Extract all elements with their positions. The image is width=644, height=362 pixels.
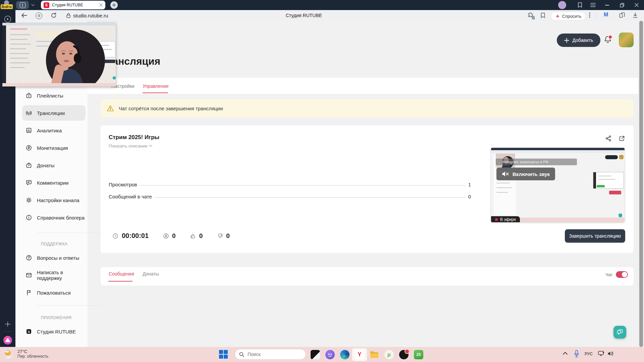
stat-row-views: Просмотров 1 bbox=[109, 175, 471, 187]
app-explorer-icon[interactable] bbox=[369, 349, 380, 360]
extension-badge: 1 bbox=[532, 16, 535, 19]
stream-preview[interactable]: …Instagram запрещены в РФ Включить звук … bbox=[491, 148, 625, 222]
extension-icon[interactable]: 1 bbox=[527, 12, 533, 18]
tray-chevron-icon[interactable] bbox=[563, 352, 568, 355]
taskbar-search[interactable] bbox=[235, 349, 306, 360]
comments-icon bbox=[25, 179, 32, 186]
play-services-icon[interactable] bbox=[4, 15, 11, 23]
back-icon[interactable] bbox=[21, 13, 27, 18]
tab-messages[interactable]: Сообщения bbox=[109, 271, 134, 277]
likes-value: 0 bbox=[199, 232, 203, 240]
tab-management[interactable]: Управление bbox=[143, 83, 169, 89]
toggle-knob bbox=[622, 272, 627, 277]
maximize-button[interactable] bbox=[620, 3, 624, 7]
info-icon bbox=[25, 214, 32, 221]
sidebar-item-donations[interactable]: Донаты bbox=[22, 158, 86, 173]
tab-group-chevron-icon[interactable] bbox=[31, 3, 35, 7]
reload-icon[interactable] bbox=[51, 12, 57, 18]
bookmark-flag-icon[interactable] bbox=[540, 12, 545, 18]
sidebar-item-blogger-guide[interactable]: Справочник блогера bbox=[22, 210, 86, 225]
thumb-up-icon bbox=[190, 233, 197, 239]
chat-toggle[interactable] bbox=[616, 271, 628, 278]
browser-login-badge[interactable]: Войти bbox=[1, 4, 13, 9]
rutube-favicon: S bbox=[44, 2, 49, 8]
alice-assistant-icon[interactable] bbox=[3, 336, 12, 345]
collections-icon[interactable] bbox=[619, 12, 625, 18]
start-button[interactable] bbox=[219, 350, 228, 359]
ask-ai-button[interactable]: Спросить bbox=[551, 12, 586, 20]
notification-dot bbox=[608, 35, 612, 39]
bookmarks-panel-icon[interactable] bbox=[577, 2, 583, 8]
browser-profile-avatar[interactable] bbox=[558, 1, 566, 9]
sidebar-item-write-support[interactable]: Написать в поддержку bbox=[22, 267, 86, 283]
floating-chat-button[interactable] bbox=[613, 326, 626, 339]
tab-close-icon[interactable] bbox=[99, 3, 103, 7]
scrollbar-thumb[interactable] bbox=[639, 21, 643, 347]
sidebar-item-report[interactable]: Пожаловаться bbox=[22, 285, 86, 300]
share-icon[interactable] bbox=[605, 135, 612, 142]
app-capture-icon[interactable] bbox=[310, 349, 321, 360]
tray-network-icon[interactable] bbox=[598, 351, 605, 357]
add-button[interactable]: Добавить bbox=[557, 34, 600, 47]
minimize-button[interactable] bbox=[605, 5, 609, 6]
unmute-button[interactable]: Включить звук bbox=[496, 168, 555, 180]
flag-icon bbox=[25, 289, 32, 296]
tray-mic-icon[interactable] bbox=[574, 350, 579, 358]
sidebar-item-channel-settings[interactable]: Настройки канала bbox=[22, 192, 86, 208]
app-notification-badge bbox=[405, 349, 410, 354]
search-icon bbox=[239, 352, 244, 357]
muted-speaker-icon bbox=[502, 171, 509, 177]
browser-tab[interactable]: S Студия RUTUBE bbox=[41, 1, 105, 9]
analytics-icon bbox=[25, 127, 32, 134]
sidebar-item-analytics[interactable]: Аналитика bbox=[22, 123, 86, 138]
sidebar-item-studio-app[interactable]: S Студия RUTUBE bbox=[22, 324, 86, 339]
viewers-counter: 0 bbox=[163, 232, 176, 240]
open-external-icon[interactable] bbox=[619, 135, 625, 142]
dotted-leader bbox=[140, 185, 466, 186]
sidebar-item-label: Трансляции bbox=[37, 110, 65, 116]
taskbar-search-input[interactable] bbox=[247, 351, 299, 357]
weather-widget[interactable]: 27°C Пер. облачность bbox=[17, 349, 48, 359]
sidebar-item-broadcasts[interactable]: Трансляции bbox=[22, 105, 86, 121]
menu-icon[interactable] bbox=[590, 3, 596, 7]
tray-language[interactable]: РУС bbox=[585, 352, 593, 356]
app-edge-icon[interactable] bbox=[339, 349, 351, 360]
show-description-link[interactable]: Показать описание bbox=[109, 143, 152, 148]
webcam-person bbox=[2, 25, 116, 83]
sidebar-item-label: Написать в поддержку bbox=[37, 269, 86, 281]
app-yandex-browser-active-cell[interactable]: Y bbox=[352, 348, 367, 361]
strip-add-icon[interactable] bbox=[5, 321, 11, 327]
sidebar-apps-heading: ПРИЛОЖЕНИЯ bbox=[41, 315, 71, 320]
notifications-bell-icon[interactable] bbox=[603, 35, 612, 45]
end-stream-button[interactable]: Завершить трансляцию bbox=[565, 229, 625, 243]
sidebar-item-monetization[interactable]: ₽ Монетизация bbox=[22, 140, 86, 156]
close-button[interactable] bbox=[635, 3, 639, 7]
sidebar-item-label: Вопросы и ответы bbox=[37, 255, 79, 261]
sidebar-item-label: Монетизация bbox=[37, 145, 68, 151]
channel-avatar[interactable] bbox=[619, 33, 634, 47]
new-tab-button[interactable] bbox=[110, 1, 118, 9]
app-utorrent-icon[interactable]: µ bbox=[383, 349, 395, 360]
sidebar-item-playlists[interactable]: Плейлисты bbox=[22, 88, 86, 103]
tab-donations[interactable]: Донаты bbox=[143, 271, 159, 277]
webcam-overlay bbox=[2, 23, 116, 86]
page-scrollbar[interactable] bbox=[638, 21, 644, 347]
tray-volume-icon[interactable] bbox=[607, 351, 614, 357]
kebab-menu-icon[interactable] bbox=[589, 12, 590, 18]
app-25-icon[interactable]: 25 bbox=[413, 349, 424, 360]
lock-icon[interactable] bbox=[66, 13, 71, 18]
url-text[interactable]: studio.rutube.ru bbox=[73, 13, 108, 18]
yandex-search-icon[interactable]: Я bbox=[36, 12, 42, 19]
app-dark-icon[interactable] bbox=[398, 349, 410, 360]
broadcast-icon bbox=[25, 110, 32, 116]
app-yandex-browser-icon: Y bbox=[355, 350, 364, 359]
sidebar-item-comments[interactable]: Комментарии bbox=[22, 175, 86, 190]
app-messenger-icon[interactable] bbox=[324, 349, 336, 360]
weather-icon[interactable] bbox=[3, 349, 15, 360]
chat-warning-banner: Чат сотрётся после завершения трансляции bbox=[101, 99, 634, 117]
sidebar-item-faq[interactable]: Вопросы и ответы bbox=[22, 250, 86, 265]
tab-group-chip[interactable]: 1 bbox=[16, 1, 29, 9]
downloads-icon[interactable] bbox=[633, 12, 638, 18]
live-badge: В эфире bbox=[491, 216, 520, 222]
mail-service-icon[interactable]: M bbox=[604, 12, 608, 18]
